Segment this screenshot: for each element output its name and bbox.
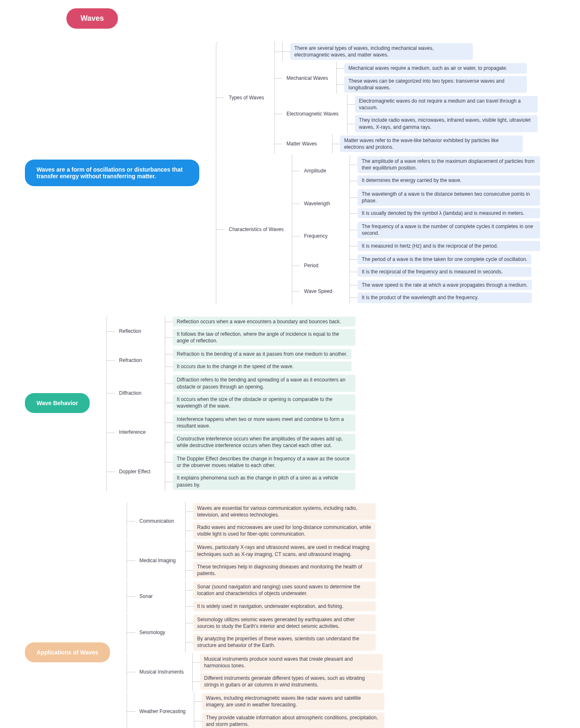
leaf-node[interactable]: Mechanical waves require a medium, such …	[344, 63, 527, 73]
leaf-node[interactable]: It is the reciprocal of the frequency an…	[357, 267, 531, 277]
leaf-node[interactable]: The wave speed is the rate at which a wa…	[357, 280, 532, 290]
leaf-node[interactable]: Refraction is the bending of a wave as i…	[173, 349, 352, 359]
leaf-node[interactable]: Waves are essential for various communic…	[193, 503, 376, 520]
leaf-node[interactable]: Seismology utilizes seismic waves genera…	[193, 615, 376, 631]
branch-label[interactable]: Amplitude	[300, 166, 345, 176]
leaf-node[interactable]: These techniques help in diagnosing dise…	[193, 562, 376, 578]
branch-label[interactable]: Weather Forecasting	[135, 706, 190, 716]
leaf-node[interactable]: They provide valuable information about …	[202, 713, 384, 728]
chapter-node[interactable]: Applications of Waves	[25, 642, 110, 662]
leaf-node[interactable]: Musical instruments produce sound waves …	[200, 654, 383, 671]
leaf-node[interactable]: Sonar (sound navigation and ranging) use…	[193, 582, 376, 598]
leaf-node[interactable]: There are several types of waves, includ…	[290, 43, 473, 60]
branch-label[interactable]: Electromagnetic Waves	[282, 109, 343, 119]
chapter-node[interactable]: Wave Behavior	[25, 393, 90, 413]
leaf-node[interactable]: It is measured in hertz (Hz) and is the …	[357, 241, 540, 251]
branch-label[interactable]: Period	[300, 261, 345, 271]
chapter-row: Applications of WavesCommunicationWaves …	[25, 502, 572, 728]
branch-label[interactable]: Diffraction	[115, 388, 161, 398]
leaf-node[interactable]: It is the product of the wavelength and …	[357, 293, 532, 303]
branch-label[interactable]: Medical Imaging	[135, 556, 181, 566]
mindmap-canvas: Waves Waves are a form of oscillations o…	[25, 8, 572, 728]
chapter-node[interactable]: Waves are a form of oscillations or dist…	[25, 160, 199, 186]
leaf-node[interactable]: The Doppler Effect describes the change …	[173, 454, 355, 470]
branch-label[interactable]: Doppler Effect	[115, 467, 161, 477]
chapter-row: Waves are a form of oscillations or dist…	[25, 41, 572, 305]
leaf-node[interactable]: It occurs when the size of the obstacle …	[173, 394, 355, 411]
branch-label[interactable]: Interference	[115, 427, 161, 437]
branch-label[interactable]: Sonar	[135, 591, 181, 601]
leaf-node[interactable]: The frequency of a wave is the number of…	[357, 221, 540, 238]
branch-label[interactable]: Musical Instruments	[135, 667, 188, 677]
leaf-node[interactable]: The period of a wave is the time taken f…	[357, 254, 531, 264]
leaf-node[interactable]: The wavelength of a wave is the distance…	[357, 189, 540, 206]
leaf-node[interactable]: Interference happens when two or more wa…	[173, 414, 355, 431]
branch-label[interactable]: Communication	[135, 516, 181, 526]
branch-label[interactable]: Seismology	[135, 627, 181, 637]
branch-label[interactable]: Frequency	[300, 231, 345, 241]
branch-label[interactable]: Matter Waves	[282, 139, 328, 149]
leaf-node[interactable]: Waves, particularly X-rays and ultrasoun…	[193, 542, 376, 559]
leaf-node[interactable]: They include radio waves, microwaves, in…	[355, 115, 538, 132]
root-node[interactable]: Waves	[66, 8, 118, 29]
leaf-node[interactable]: Reflection occurs when a wave encounters…	[173, 317, 355, 327]
leaf-node[interactable]: Constructive interference occurs when th…	[173, 434, 355, 450]
section-label[interactable]: Types of Waves	[225, 93, 270, 103]
leaf-node[interactable]: It is usually denoted by the symbol λ (l…	[357, 208, 540, 218]
leaf-node[interactable]: It determines the energy carried by the …	[357, 175, 540, 185]
leaf-node[interactable]: The amplitude of a wave refers to the ma…	[357, 156, 540, 173]
branch-label[interactable]: Refraction	[115, 355, 161, 365]
leaf-node[interactable]: By analyzing the properties of these wav…	[193, 634, 376, 650]
leaf-node[interactable]: These waves can be categorized into two …	[344, 76, 527, 93]
leaf-node[interactable]: Matter waves refer to the wave-like beha…	[340, 135, 523, 152]
section-label[interactable]: Characteristics of Waves	[225, 224, 288, 234]
branch-label[interactable]: Wave Speed	[300, 286, 345, 296]
leaf-node[interactable]: It occurs due to the change in the speed…	[173, 362, 352, 371]
leaf-node[interactable]: It follows the law of reflection, where …	[173, 329, 355, 346]
leaf-node[interactable]: Radio waves and microwaves are used for …	[193, 522, 376, 539]
leaf-node[interactable]: Different instruments generate different…	[200, 673, 383, 690]
branch-label[interactable]: Reflection	[115, 326, 161, 336]
leaf-node[interactable]: Waves, including electromagnetic waves l…	[202, 693, 384, 710]
chapter-row: Wave BehaviorReflectionReflection occurs…	[25, 315, 572, 492]
leaf-node[interactable]: It explains phenomena such as the change…	[173, 473, 355, 489]
branch-label[interactable]: Wavelength	[300, 199, 345, 209]
branch-label[interactable]: Mechanical Waves	[282, 73, 332, 83]
leaf-node[interactable]: Diffraction refers to the bending and sp…	[173, 375, 355, 391]
leaf-node[interactable]: It is widely used in navigation, underwa…	[193, 601, 376, 611]
leaf-node[interactable]: Electromagnetic waves do not require a m…	[355, 96, 538, 113]
